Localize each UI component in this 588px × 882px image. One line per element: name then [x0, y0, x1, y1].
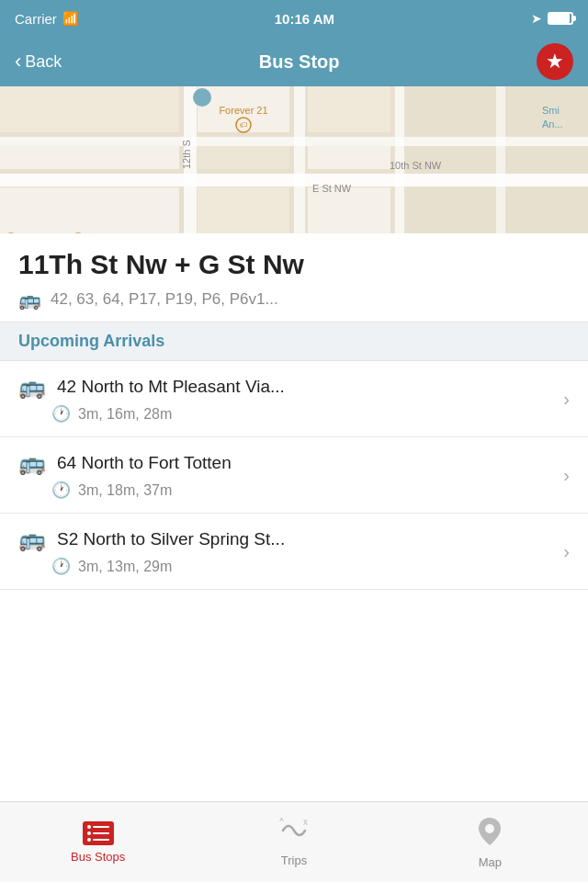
- trips-tab-label: Trips: [281, 854, 307, 867]
- bus-icon: 🚌: [18, 450, 46, 476]
- arrival-route-text: S2 North to Silver Spring St...: [57, 529, 285, 549]
- arrival-item[interactable]: 🚌 42 North to Mt Pleasant Via... 🕐 3m, 1…: [0, 361, 588, 437]
- route-numbers: 42, 63, 64, P17, P19, P6, P6v1...: [51, 290, 278, 309]
- stop-name: 11Th St Nw + G St Nw: [18, 248, 570, 281]
- nav-bar: ‹ Back Bus Stop ★: [0, 37, 588, 86]
- battery-indicator: [548, 12, 573, 25]
- svg-text:x: x: [303, 818, 308, 827]
- back-button[interactable]: ‹ Back: [15, 50, 62, 74]
- arrival-route: 🚌 64 North to Fort Totten: [18, 450, 563, 476]
- bus-icon: 🚌: [18, 288, 41, 311]
- status-bar: Carrier 📶 10:16 AM ➤: [0, 0, 588, 37]
- trips-icon: x x: [277, 818, 311, 849]
- arrival-left: 🚌 64 North to Fort Totten 🕐 3m, 18m, 37m: [18, 450, 563, 500]
- svg-text:Forever 21: Forever 21: [219, 105, 267, 116]
- arrival-route-text: 42 North to Mt Pleasant Via...: [57, 377, 285, 397]
- arrivals-section-header: Upcoming Arrivals: [0, 322, 588, 361]
- clock-icon: 🕐: [51, 557, 71, 576]
- arrival-item[interactable]: 🚌 64 North to Fort Totten 🕐 3m, 18m, 37m…: [0, 437, 588, 514]
- map-tab-label: Map: [479, 855, 502, 869]
- arrival-route-text: 64 North to Fort Totten: [57, 453, 232, 473]
- arrival-time-text: 3m, 18m, 37m: [78, 482, 172, 499]
- clock-icon: 🕐: [51, 404, 71, 424]
- arrival-item[interactable]: 🚌 S2 North to Silver Spring St... 🕐 3m, …: [0, 514, 588, 590]
- bus-icon: 🚌: [18, 526, 46, 552]
- tab-map[interactable]: Map: [392, 802, 588, 882]
- arrival-times: 🕐 3m, 13m, 29m: [18, 557, 563, 576]
- svg-rect-7: [0, 86, 179, 132]
- svg-rect-9: [308, 86, 390, 132]
- status-bar-right: ➤: [531, 11, 573, 26]
- svg-point-16: [193, 88, 211, 107]
- arrival-route: 🚌 S2 North to Silver Spring St...: [18, 526, 563, 552]
- back-label: Back: [25, 52, 62, 72]
- svg-rect-4: [294, 86, 305, 233]
- stop-info: 11Th St Nw + G St Nw 🚌 42, 63, 64, P17, …: [0, 233, 588, 322]
- svg-rect-12: [308, 146, 390, 169]
- svg-rect-13: [0, 187, 179, 233]
- svg-point-30: [485, 824, 494, 833]
- svg-text:E St NW: E St NW: [312, 183, 352, 194]
- svg-text:An...: An...: [542, 119, 563, 130]
- svg-rect-6: [496, 86, 505, 233]
- svg-rect-10: [0, 146, 179, 169]
- svg-rect-15: [308, 187, 390, 233]
- arrival-times: 🕐 3m, 18m, 37m: [18, 481, 563, 500]
- map-pin-icon: [477, 816, 503, 851]
- bus-stops-icon: [83, 821, 114, 845]
- stop-routes: 🚌 42, 63, 64, P17, P19, P6, P6v1...: [18, 288, 570, 311]
- svg-text:Smi: Smi: [542, 105, 560, 116]
- back-chevron-icon: ‹: [15, 50, 21, 74]
- chevron-right-icon: ›: [563, 389, 570, 410]
- tab-trips[interactable]: x x Trips: [196, 802, 391, 882]
- chevron-right-icon: ›: [563, 541, 570, 562]
- status-bar-left: Carrier 📶: [15, 11, 78, 27]
- arrivals-list: 🚌 42 North to Mt Pleasant Via... 🕐 3m, 1…: [0, 361, 588, 590]
- svg-rect-14: [198, 187, 289, 233]
- arrival-route: 🚌 42 North to Mt Pleasant Via...: [18, 374, 563, 400]
- clock-icon: 🕐: [51, 481, 71, 500]
- arrival-time-text: 3m, 16m, 28m: [78, 406, 172, 423]
- svg-text:10th St NW: 10th St NW: [390, 160, 442, 171]
- arrival-times: 🕐 3m, 16m, 28m: [18, 404, 563, 424]
- map-area[interactable]: 10th St NW 12th S E St NW TJ Maxx Foreve…: [0, 86, 588, 233]
- arrival-left: 🚌 42 North to Mt Pleasant Via... 🕐 3m, 1…: [18, 374, 563, 424]
- arrival-time-text: 3m, 13m, 29m: [78, 559, 172, 575]
- wifi-icon: 📶: [62, 11, 78, 26]
- arrival-left: 🚌 S2 North to Silver Spring St... 🕐 3m, …: [18, 526, 563, 576]
- chevron-right-icon: ›: [563, 465, 570, 486]
- location-icon: ➤: [531, 11, 542, 26]
- bus-stops-tab-label: Bus Stops: [71, 850, 125, 864]
- svg-rect-11: [198, 146, 289, 169]
- svg-text:12th S: 12th S: [181, 140, 192, 169]
- star-icon: ★: [546, 50, 564, 74]
- tab-bar: Bus Stops x x Trips Map: [0, 801, 588, 882]
- nav-title: Bus Stop: [259, 51, 340, 73]
- carrier-label: Carrier: [15, 11, 57, 27]
- svg-text:🏷: 🏷: [240, 121, 247, 130]
- tab-bus-stops[interactable]: Bus Stops: [0, 802, 196, 882]
- status-bar-time: 10:16 AM: [275, 11, 334, 27]
- svg-text:x: x: [279, 818, 284, 823]
- bus-icon: 🚌: [18, 374, 46, 400]
- favorite-button[interactable]: ★: [537, 43, 573, 80]
